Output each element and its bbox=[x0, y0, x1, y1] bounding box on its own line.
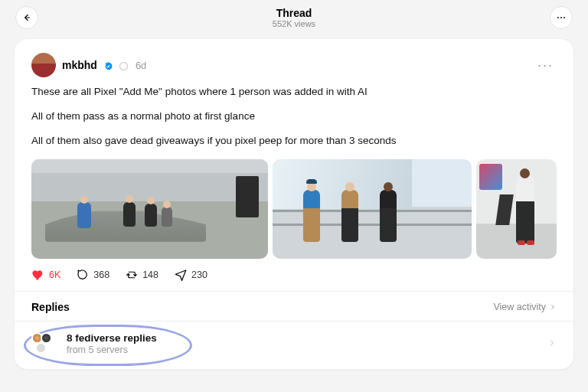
replies-header: Replies View activity bbox=[15, 291, 573, 321]
chevron-right-icon bbox=[549, 303, 557, 311]
more-horizontal-icon bbox=[556, 12, 567, 23]
like-count: 6K bbox=[49, 270, 60, 280]
repost-button[interactable]: 148 bbox=[125, 268, 158, 282]
back-button[interactable] bbox=[15, 6, 38, 29]
fediverse-subtitle: from 5 servers bbox=[67, 345, 157, 355]
post-paragraph: All of them also gave dead giveaways if … bbox=[31, 134, 557, 148]
post-header: mkbhd 6d ··· bbox=[31, 53, 557, 77]
fediverse-avatar-stack bbox=[31, 332, 59, 355]
view-activity-label: View activity bbox=[493, 302, 546, 312]
repost-count: 148 bbox=[142, 270, 158, 280]
post-image-1[interactable] bbox=[31, 159, 268, 259]
svg-point-3 bbox=[564, 17, 565, 18]
post-card: mkbhd 6d ··· These are all Pixel "Add Me… bbox=[14, 38, 574, 370]
post-image-3[interactable] bbox=[476, 159, 557, 259]
chevron-right-icon bbox=[547, 337, 557, 351]
like-button[interactable]: 6K bbox=[31, 268, 60, 282]
post-image-2[interactable] bbox=[273, 159, 472, 259]
fediverse-text: 8 fediverse replies from 5 servers bbox=[67, 332, 157, 355]
heart-icon bbox=[31, 268, 45, 282]
page-title: Thread bbox=[273, 7, 315, 19]
mini-avatar bbox=[35, 342, 47, 354]
threads-badge-icon bbox=[119, 62, 128, 70]
comment-icon bbox=[76, 268, 90, 282]
arrow-left-icon bbox=[21, 12, 32, 23]
svg-point-2 bbox=[560, 17, 562, 18]
header-center: Thread 552K views bbox=[273, 7, 315, 29]
fediverse-replies-row[interactable]: 8 fediverse replies from 5 servers bbox=[15, 321, 573, 369]
verified-badge-icon bbox=[103, 60, 113, 70]
post-paragraph: All of them pass as a normal photo at fi… bbox=[31, 109, 557, 123]
fediverse-title: 8 fediverse replies bbox=[67, 332, 157, 344]
header-more-button[interactable] bbox=[550, 6, 573, 29]
page-subtitle: 552K views bbox=[273, 19, 315, 29]
post-more-button[interactable]: ··· bbox=[534, 57, 557, 74]
view-activity-link[interactable]: View activity bbox=[493, 302, 557, 312]
repost-icon bbox=[125, 268, 139, 282]
media-gallery bbox=[31, 159, 557, 259]
svg-point-1 bbox=[557, 17, 559, 18]
share-count: 230 bbox=[191, 270, 207, 280]
replies-label: Replies bbox=[31, 301, 70, 313]
comment-button[interactable]: 368 bbox=[76, 268, 109, 282]
comment-count: 368 bbox=[93, 270, 109, 280]
post-actions: 6K 368 148 230 bbox=[31, 266, 557, 291]
username[interactable]: mkbhd bbox=[62, 59, 97, 71]
share-button[interactable]: 230 bbox=[174, 268, 207, 282]
post-paragraph: These are all Pixel "Add Me" photos wher… bbox=[31, 85, 557, 99]
post-body: These are all Pixel "Add Me" photos wher… bbox=[31, 85, 557, 149]
post-timestamp: 6d bbox=[136, 60, 146, 71]
send-icon bbox=[174, 268, 188, 282]
avatar[interactable] bbox=[31, 53, 56, 77]
